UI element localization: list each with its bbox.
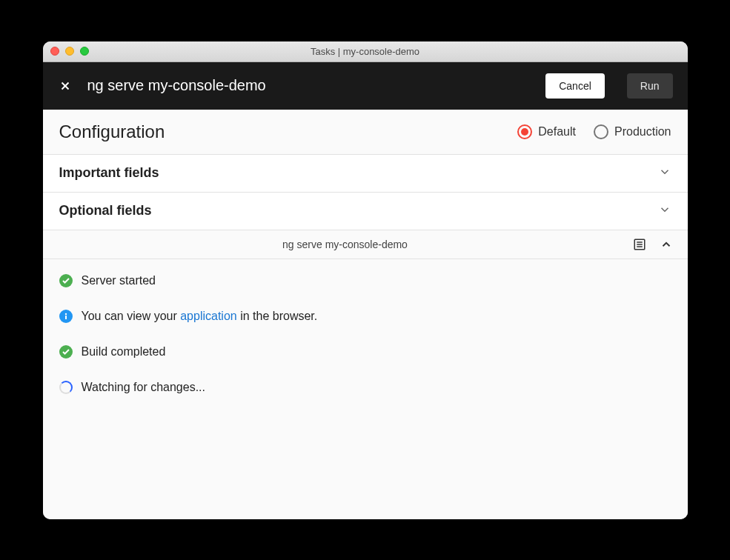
radio-production[interactable]: Production: [594, 124, 671, 139]
svg-point-6: [64, 313, 66, 314]
output-text: Server started: [82, 274, 156, 287]
radio-default[interactable]: Default: [517, 124, 576, 139]
radio-icon: [594, 124, 608, 139]
radio-icon: [517, 124, 532, 139]
terminal-actions: [633, 238, 673, 251]
svg-rect-7: [65, 316, 67, 319]
check-icon: [59, 345, 73, 359]
app-window: Tasks | my-console-demo ng serve my-cons…: [43, 41, 688, 519]
titlebar: Tasks | my-console-demo: [43, 41, 688, 62]
traffic-lights: [50, 47, 89, 56]
output-text: You can view your application in the bro…: [82, 310, 318, 323]
window-title: Tasks | my-console-demo: [43, 46, 688, 57]
toolbar-command: ng serve my-console-demo: [87, 77, 531, 94]
terminal-command-label: ng serve my-console-demo: [58, 239, 633, 250]
close-icon[interactable]: [58, 79, 73, 93]
run-button[interactable]: Run: [627, 73, 673, 99]
section-label: Important fields: [59, 165, 658, 181]
cancel-button[interactable]: Cancel: [545, 73, 605, 99]
optional-fields-section[interactable]: Optional fields: [43, 193, 688, 230]
window-maximize-button[interactable]: [80, 47, 89, 56]
section-label: Optional fields: [59, 203, 658, 219]
important-fields-section[interactable]: Important fields: [43, 155, 688, 193]
chevron-up-icon[interactable]: [660, 238, 673, 251]
window-close-button[interactable]: [50, 47, 59, 56]
output-text: Build completed: [82, 345, 166, 359]
window-minimize-button[interactable]: [65, 47, 74, 56]
check-icon: [59, 274, 73, 287]
chevron-down-icon: [658, 203, 671, 219]
toolbar: ng serve my-console-demo Cancel Run: [43, 62, 688, 110]
output-line-server-started: Server started: [59, 274, 671, 287]
terminal-header: ng serve my-console-demo: [43, 230, 688, 259]
output-line-view-app: You can view your application in the bro…: [59, 310, 671, 323]
application-link[interactable]: application: [180, 310, 237, 322]
output-line-watching: Watching for changes...: [59, 381, 671, 394]
chevron-down-icon: [658, 165, 671, 181]
output-line-build-completed: Build completed: [59, 345, 671, 359]
spinner-icon: [59, 381, 73, 394]
output-text: Watching for changes...: [82, 381, 206, 394]
radio-label: Production: [614, 125, 671, 139]
output-panel: Server started You can view your applica…: [43, 259, 688, 519]
info-icon: [59, 310, 73, 323]
list-icon[interactable]: [633, 238, 646, 251]
configuration-heading: Configuration: [59, 121, 518, 142]
configuration-options: Default Production: [517, 124, 671, 139]
radio-label: Default: [538, 125, 576, 139]
configuration-row: Configuration Default Production: [43, 110, 688, 155]
